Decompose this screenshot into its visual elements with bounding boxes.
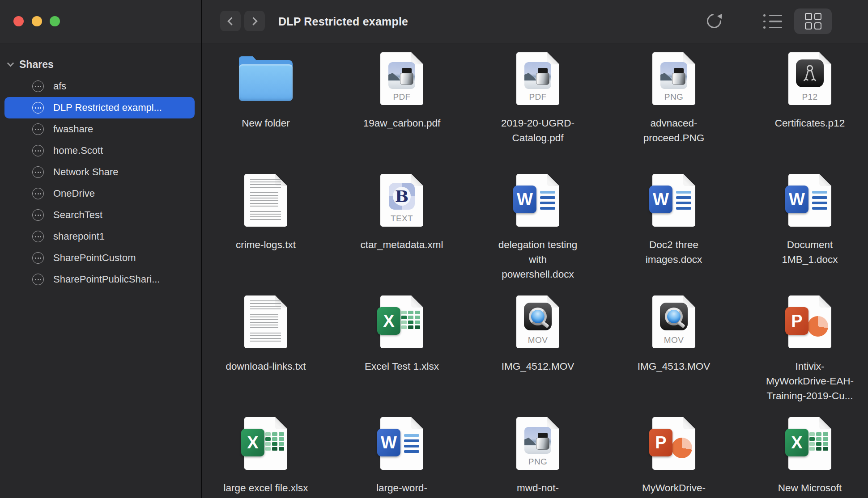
file-tile[interactable]: New folder bbox=[198, 52, 334, 174]
file-tile[interactable]: B TEXT ctar_metadata.xml bbox=[334, 174, 470, 295]
file-tile[interactable]: W delegation testing with powershell.doc… bbox=[470, 174, 606, 295]
quicktime-mov-file-icon: MOV bbox=[652, 295, 695, 348]
file-label: Intivix- MyWorkDrive-EAH- Training-2019-… bbox=[766, 359, 854, 403]
sidebar-item[interactable]: fwashare bbox=[4, 118, 195, 140]
file-label: ctar_metadata.xml bbox=[360, 237, 443, 252]
sidebar-item[interactable]: DLP Restricted exampl... bbox=[4, 97, 195, 118]
file-tile[interactable]: P12 Certificates.p12 bbox=[742, 52, 868, 174]
word-app-tile: W bbox=[649, 186, 672, 213]
file-tile[interactable]: PNG advnaced- proceed.PNG bbox=[606, 52, 742, 174]
file-browser-window: DLP Restricted example Shares afs DLP Re… bbox=[0, 0, 868, 498]
sidebar-item[interactable]: SharePointPublicShari... bbox=[4, 269, 195, 290]
keychain-tile bbox=[796, 59, 824, 87]
file-tile[interactable]: download-links.txt bbox=[198, 295, 334, 417]
file-label: advnaced- proceed.PNG bbox=[643, 116, 704, 145]
chevron-right-icon bbox=[249, 17, 257, 25]
image-thumbnail bbox=[660, 62, 687, 89]
sidebar-item[interactable]: home.Scott bbox=[4, 140, 195, 161]
excel-file-icon: X bbox=[380, 295, 423, 348]
file-tile[interactable]: P MyWorkDrive- bbox=[606, 417, 742, 498]
file-type-badge: MOV bbox=[652, 335, 695, 345]
zoom-window-button[interactable] bbox=[50, 16, 60, 26]
file-tile[interactable]: X large excel file.xlsx bbox=[198, 417, 334, 498]
grid-view-button[interactable] bbox=[794, 8, 832, 34]
sidebar-item-label: OneDrive bbox=[53, 188, 95, 199]
image-thumbnail bbox=[524, 62, 551, 89]
titlebar: DLP Restricted example bbox=[0, 0, 868, 43]
file-tile[interactable]: MOV IMG_4512.MOV bbox=[470, 295, 606, 417]
share-circle-icon bbox=[32, 209, 44, 221]
file-type-badge: PDF bbox=[380, 92, 423, 102]
file-label: crime-logs.txt bbox=[236, 237, 296, 252]
file-label: 2019-20-UGRD- Catalog.pdf bbox=[501, 116, 574, 145]
file-tile[interactable]: MOV IMG_4513.MOV bbox=[606, 295, 742, 417]
sidebar-item[interactable]: sharepoint1 bbox=[4, 226, 195, 247]
file-tile[interactable]: crime-logs.txt bbox=[198, 174, 334, 295]
word-app-tile: W bbox=[377, 429, 400, 456]
close-window-button[interactable] bbox=[13, 16, 24, 26]
spreadsheet-cells bbox=[265, 432, 284, 451]
sidebar-item-label: afs bbox=[53, 80, 66, 92]
powerpoint-app-tile: P bbox=[785, 307, 808, 335]
list-view-button[interactable] bbox=[763, 14, 782, 29]
sidebar-item-label: SearchTest bbox=[53, 209, 102, 221]
sidebar-item[interactable]: OneDrive bbox=[4, 183, 195, 204]
file-label: IMG_4512.MOV bbox=[502, 359, 574, 374]
share-circle-icon bbox=[32, 166, 44, 178]
pie-chart-graphic bbox=[672, 438, 692, 458]
file-label: Excel Test 1.xlsx bbox=[365, 359, 439, 374]
powerpoint-file-icon: P bbox=[788, 295, 831, 348]
sidebar-item-label: SharePointCustom bbox=[53, 252, 136, 264]
sidebar-item[interactable]: SearchTest bbox=[4, 204, 195, 226]
bbedit-emblem: B bbox=[389, 183, 415, 210]
file-type-badge: TEXT bbox=[380, 214, 423, 224]
page-title: DLP Restricted example bbox=[278, 15, 408, 28]
back-button[interactable] bbox=[220, 11, 241, 31]
folded-corner bbox=[819, 174, 831, 186]
text-file-icon bbox=[244, 295, 287, 348]
folded-corner bbox=[547, 174, 559, 186]
chevron-left-icon bbox=[227, 17, 235, 25]
chevron-down-icon bbox=[7, 59, 14, 67]
sidebar-item-label: home.Scott bbox=[53, 145, 103, 156]
folded-corner bbox=[819, 295, 831, 308]
sidebar-item[interactable]: Network Share bbox=[4, 161, 195, 183]
excel-app-tile: X bbox=[377, 307, 400, 335]
file-tile[interactable]: W large-word- bbox=[334, 417, 470, 498]
file-grid: New folder PDF 19aw_carbon.pdf PDF 2019-… bbox=[198, 52, 868, 498]
forward-button[interactable] bbox=[244, 11, 265, 31]
file-label: Document 1MB_1.docx bbox=[782, 237, 838, 267]
excel-app-tile: X bbox=[241, 429, 264, 456]
file-label: MyWorkDrive- bbox=[642, 481, 706, 495]
sidebar-item-label: Network Share bbox=[53, 166, 119, 178]
ink-bottle-thumbnail bbox=[536, 433, 549, 452]
file-tile[interactable]: W Document 1MB_1.docx bbox=[742, 174, 868, 295]
document-lines bbox=[676, 191, 691, 210]
minimize-window-button[interactable] bbox=[32, 16, 42, 26]
file-tile[interactable]: P Intivix- MyWorkDrive-EAH- Training-201… bbox=[742, 295, 868, 417]
file-tile[interactable]: PDF 2019-20-UGRD- Catalog.pdf bbox=[470, 52, 606, 174]
file-tile[interactable]: PNG mwd-not- bbox=[470, 417, 606, 498]
sidebar-item[interactable]: afs bbox=[4, 76, 195, 97]
share-circle-icon bbox=[32, 102, 44, 114]
keys-icon bbox=[800, 63, 820, 84]
file-label: New folder bbox=[242, 116, 290, 131]
share-circle-icon bbox=[32, 231, 44, 242]
sidebar-section-shares[interactable]: Shares bbox=[8, 57, 201, 72]
word-file-icon: W bbox=[788, 174, 831, 227]
excel-file-icon: X bbox=[244, 417, 287, 470]
sidebar-item[interactable]: SharePointCustom bbox=[4, 247, 195, 269]
file-label: large-word- bbox=[376, 481, 427, 495]
file-label: 19aw_carbon.pdf bbox=[363, 116, 441, 131]
file-tile[interactable]: W Doc2 three images.docx bbox=[606, 174, 742, 295]
sidebar-item-label: sharepoint1 bbox=[53, 231, 105, 242]
image-thumbnail bbox=[388, 62, 415, 89]
file-tile[interactable]: PDF 19aw_carbon.pdf bbox=[334, 52, 470, 174]
file-label: large excel file.xlsx bbox=[224, 481, 308, 495]
file-tile[interactable]: X New Microsoft bbox=[742, 417, 868, 498]
powerpoint-file-icon: P bbox=[652, 417, 695, 470]
file-tile[interactable]: X Excel Test 1.xlsx bbox=[334, 295, 470, 417]
grid-icon bbox=[805, 13, 821, 30]
refresh-button[interactable] bbox=[704, 11, 724, 31]
quicktime-tile bbox=[524, 303, 552, 330]
